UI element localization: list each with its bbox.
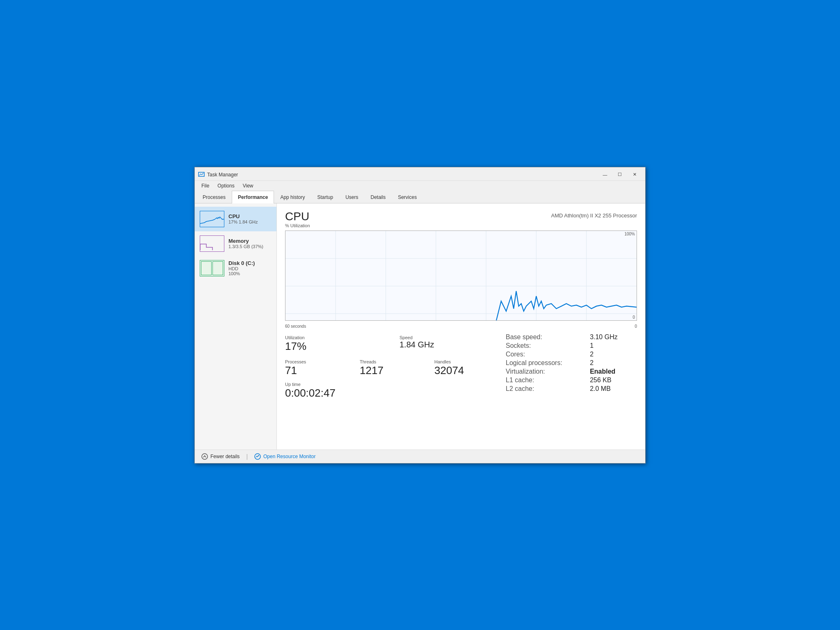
disk-thumbnail <box>200 260 224 276</box>
virtualization-label: Virtualization: <box>506 368 582 375</box>
l1cache-label: L1 cache: <box>506 377 582 384</box>
l2cache-label: L2 cache: <box>506 385 582 393</box>
logical-processors-label: Logical processors: <box>506 359 582 367</box>
footer-separator: | <box>246 453 248 460</box>
utilization-stat-value: 17% <box>285 340 391 353</box>
virtualization-value: Enabled <box>590 368 637 375</box>
threads-stat: Threads 1217 <box>360 358 431 379</box>
tab-processes[interactable]: Processes <box>196 191 232 203</box>
open-monitor-label: Open Resource Monitor <box>263 454 315 459</box>
disk-bar-1 <box>201 261 212 275</box>
menu-file[interactable]: File <box>198 182 212 190</box>
graph-time-right: 0 <box>635 324 637 329</box>
stats-left: Utilization 17% Speed 1.84 GHz Processes… <box>285 333 506 399</box>
logical-processors-value: 2 <box>590 359 637 367</box>
tab-startup[interactable]: Startup <box>311 191 339 203</box>
tab-app-history[interactable]: App history <box>274 191 311 203</box>
memory-label: Memory <box>228 238 272 244</box>
threads-label: Threads <box>360 359 431 364</box>
menu-options[interactable]: Options <box>214 182 237 190</box>
window-controls: — ☐ ✕ <box>599 171 640 179</box>
cores-value: 2 <box>590 351 637 358</box>
tab-details[interactable]: Details <box>364 191 392 203</box>
uptime-value: 0:00:02:47 <box>285 387 506 399</box>
sidebar-item-cpu[interactable]: CPU 17% 1.84 GHz <box>195 207 276 231</box>
window-title: Task Manager <box>207 172 238 178</box>
monitor-icon <box>254 453 261 460</box>
cpu-title: CPU <box>285 210 310 223</box>
speed-stat: Speed 1.84 GHz <box>399 333 506 354</box>
cpu-model: AMD Athlon(tm) II X2 255 Processor <box>551 212 637 219</box>
utilization-stat-label: Utilization <box>285 335 391 340</box>
stats-right: Base speed: 3.10 GHz Sockets: 1 Cores: 2… <box>506 333 637 399</box>
graph-time-left: 60 seconds <box>285 324 306 329</box>
l2cache-value: 2.0 MB <box>590 385 637 393</box>
disk-bar-2 <box>212 261 223 275</box>
footer: Fewer details | Open Resource Monitor <box>195 450 645 463</box>
uptime-label: Up time <box>285 382 506 387</box>
minimize-button[interactable]: — <box>599 171 611 179</box>
chevron-up-icon <box>201 453 208 460</box>
fewer-details-label: Fewer details <box>210 454 240 459</box>
memory-sidebar-info: Memory 1.3/3.5 GB (37%) <box>228 238 272 249</box>
base-speed-label: Base speed: <box>506 333 582 341</box>
cpu-graph: 100% 0 <box>285 231 637 321</box>
svg-point-10 <box>202 454 208 459</box>
utilization-label: % Utilization <box>285 223 310 228</box>
main-panel: CPU % Utilization AMD Athlon(tm) II X2 2… <box>277 203 645 450</box>
open-resource-monitor-button[interactable]: Open Resource Monitor <box>254 453 315 460</box>
handles-stat: Handles 32074 <box>434 358 506 379</box>
tabs-bar: Processes Performance App history Startu… <box>195 191 645 203</box>
utilization-stat: Utilization 17% <box>285 333 391 354</box>
tab-users[interactable]: Users <box>339 191 364 203</box>
disk-sublabel: HDD <box>228 266 272 271</box>
memory-sublabel: 1.3/3.5 GB (37%) <box>228 244 272 249</box>
maximize-button[interactable]: ☐ <box>614 171 625 179</box>
graph-time-labels: 60 seconds 0 <box>285 324 637 329</box>
cpu-label: CPU <box>228 213 272 219</box>
cores-label: Cores: <box>506 351 582 358</box>
uptime-stat: Up time 0:00:02:47 <box>285 382 506 399</box>
base-speed-value: 3.10 GHz <box>590 333 637 341</box>
disk-label: Disk 0 (C:) <box>228 260 272 266</box>
speed-stat-value: 1.84 GHz <box>399 340 506 349</box>
sockets-label: Sockets: <box>506 342 582 349</box>
sidebar: CPU 17% 1.84 GHz Memory 1.3/3.5 GB (37%) <box>195 203 277 450</box>
handles-label: Handles <box>434 359 506 364</box>
cpu-header: CPU % Utilization AMD Athlon(tm) II X2 2… <box>285 210 637 229</box>
disk-sublabel2: 100% <box>228 271 272 276</box>
menu-view[interactable]: View <box>240 182 257 190</box>
memory-thumbnail <box>200 235 224 252</box>
l1cache-value: 256 KB <box>590 377 637 384</box>
tab-performance[interactable]: Performance <box>232 191 274 203</box>
close-button[interactable]: ✕ <box>629 171 640 179</box>
sockets-value: 1 <box>590 342 637 349</box>
sidebar-item-disk[interactable]: Disk 0 (C:) HDD 100% <box>195 256 276 281</box>
graph-max-label: 100% <box>624 232 635 236</box>
main-content: CPU 17% 1.84 GHz Memory 1.3/3.5 GB (37%) <box>195 203 645 450</box>
sidebar-item-memory[interactable]: Memory 1.3/3.5 GB (37%) <box>195 231 276 256</box>
cpu-thumbnail <box>200 211 224 227</box>
task-manager-window: Task Manager — ☐ ✕ File Options View Pro… <box>194 167 646 463</box>
stats-area: Utilization 17% Speed 1.84 GHz Processes… <box>285 333 637 399</box>
cpu-sidebar-info: CPU 17% 1.84 GHz <box>228 213 272 224</box>
menu-bar: File Options View <box>195 181 645 191</box>
speed-stat-label: Speed <box>399 335 506 340</box>
handles-value: 32074 <box>434 364 506 377</box>
title-bar-left: Task Manager <box>198 171 238 178</box>
threads-value: 1217 <box>360 364 431 377</box>
processes-label: Processes <box>285 359 356 364</box>
processes-value: 71 <box>285 364 356 377</box>
app-icon <box>198 171 205 178</box>
graph-min-label: 0 <box>632 315 635 320</box>
tab-services[interactable]: Services <box>392 191 423 203</box>
fewer-details-button[interactable]: Fewer details <box>201 453 240 460</box>
title-bar: Task Manager — ☐ ✕ <box>195 167 645 181</box>
disk-sidebar-info: Disk 0 (C:) HDD 100% <box>228 260 272 276</box>
processes-stat: Processes 71 <box>285 358 356 379</box>
cpu-sublabel: 17% 1.84 GHz <box>228 219 272 224</box>
